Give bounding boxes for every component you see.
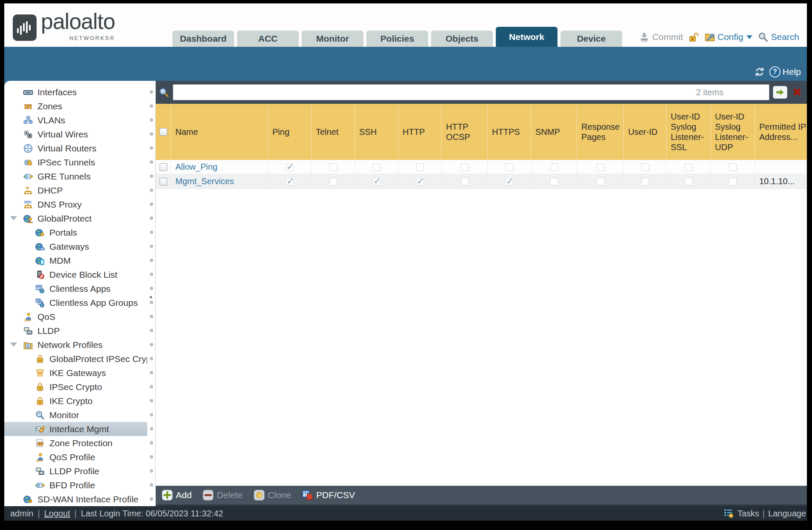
splitter-dot — [150, 245, 153, 248]
service-checkbox-http[interactable] — [416, 178, 424, 185]
sidebar-item-zone-protection[interactable]: Zone Protection — [4, 436, 147, 450]
service-checkbox-https[interactable] — [506, 178, 513, 185]
search-button[interactable]: Search — [758, 31, 799, 43]
column-header-response-pages[interactable]: Response Pages — [577, 104, 624, 160]
config-menu-button[interactable]: Config — [704, 31, 753, 43]
sidebar-item-dns-proxy[interactable]: DNSDNS Proxy — [4, 197, 147, 211]
column-header-user-id-syslog-listener-udp[interactable]: User-ID Syslog Listener-UDP — [711, 104, 755, 160]
sidebar-item-sd-wan-interface-profile[interactable]: SD-WAN Interface Profile — [4, 492, 147, 506]
expand-triangle-icon[interactable] — [10, 216, 17, 220]
sidebar-item-ipsec-crypto[interactable]: IPSec Crypto — [4, 380, 147, 394]
service-checkbox-telnet[interactable] — [329, 178, 337, 185]
column-header-user-id-syslog-listener-ssl[interactable]: User-ID Syslog Listener-SSL — [666, 104, 711, 160]
lock-unlocked-icon[interactable] — [688, 31, 699, 43]
service-checkbox-ping[interactable] — [286, 163, 294, 171]
service-checkbox-http_ocsp[interactable] — [461, 178, 469, 185]
tasks-button[interactable]: Tasks — [738, 509, 759, 519]
dhcp-icon: IP — [23, 185, 34, 196]
clear-filter-button[interactable]: ✖ — [791, 86, 803, 99]
sidebar-item-clientless-app-groups[interactable]: Clientless App Groups — [4, 296, 147, 310]
column-header-user-id[interactable]: User-ID — [624, 104, 666, 160]
column-header-name[interactable]: Name — [171, 104, 268, 160]
sidebar-item-network-profiles[interactable]: Network Profiles — [4, 338, 147, 352]
clone-button[interactable]: Clone — [254, 490, 291, 501]
sidebar-item-ike-gateways[interactable]: IKE Gateways — [4, 366, 147, 380]
service-checkbox-snmp[interactable] — [550, 163, 558, 171]
tab-device[interactable]: Device — [560, 31, 622, 47]
sidebar-item-clientless-apps[interactable]: Clientless Apps — [4, 282, 147, 296]
sidebar-item-qos-profile[interactable]: QoSQoS Profile — [4, 450, 147, 464]
service-checkbox-http_ocsp[interactable] — [461, 163, 469, 171]
help-button[interactable]: ? Help — [769, 66, 801, 77]
profile-name-link[interactable]: Allow_Ping — [175, 162, 217, 172]
logout-link[interactable]: Logout — [44, 509, 70, 519]
column-header-snmp[interactable]: SNMP — [531, 104, 577, 160]
sidebar-item-gateways[interactable]: Gateways — [4, 239, 147, 254]
apply-filter-button[interactable] — [773, 86, 787, 99]
tab-dashboard[interactable]: Dashboard — [172, 31, 234, 47]
column-header-ping[interactable]: Ping — [268, 104, 312, 160]
tab-acc[interactable]: ACC — [237, 31, 299, 47]
sidebar-item-globalprotect-ipsec-crypto[interactable]: GlobalProtect IPSec Crypto — [4, 352, 147, 366]
service-checkbox-ssh[interactable] — [373, 163, 380, 171]
sidebar-item-vlans[interactable]: VLANs — [4, 113, 147, 127]
service-checkbox-response_pages[interactable] — [597, 178, 604, 185]
service-checkbox-snmp[interactable] — [550, 178, 558, 185]
sidebar-item-device-block-list[interactable]: Device Block List — [4, 268, 147, 282]
sidebar-splitter[interactable]: ◂ — [147, 81, 156, 506]
sidebar-item-lldp[interactable]: LLDP — [4, 324, 147, 338]
sidebar-item-interface-mgmt[interactable]: Interface Mgmt — [4, 422, 147, 436]
expand-triangle-icon[interactable] — [10, 342, 17, 347]
column-header-permitted-ip-address[interactable]: Permitted IP Address... — [755, 104, 807, 160]
service-checkbox-response_pages[interactable] — [597, 163, 604, 171]
sidebar-item-globalprotect[interactable]: GlobalProtect — [4, 211, 147, 225]
service-checkbox-uid_syslog_ssl[interactable] — [685, 178, 692, 185]
column-header-ssh[interactable]: SSH — [355, 104, 398, 160]
service-checkbox-telnet[interactable] — [329, 163, 337, 171]
sidebar-item-virtual-routers[interactable]: Virtual Routers — [4, 141, 147, 155]
column-header-http-ocsp[interactable]: HTTP OCSP — [442, 104, 488, 160]
service-checkbox-uid_syslog_ssl[interactable] — [685, 163, 692, 171]
profile-name-link[interactable]: Mgmt_Services — [175, 177, 234, 186]
pdf-csv-button[interactable]: PDF/CSV — [302, 490, 355, 501]
collapse-sidebar-arrow-icon[interactable]: ◂ — [149, 293, 152, 300]
sidebar-item-ipsec-tunnels[interactable]: IPSec Tunnels — [4, 155, 147, 169]
delete-button[interactable]: Delete — [203, 490, 243, 501]
tab-network[interactable]: Network — [496, 27, 558, 47]
sidebar-item-interfaces[interactable]: Interfaces — [4, 85, 147, 99]
service-checkbox-uid_syslog_udp[interactable] — [729, 178, 737, 185]
column-header-https[interactable]: HTTPS — [488, 104, 531, 160]
service-checkbox-user_id[interactable] — [641, 178, 649, 185]
sidebar-item-portals[interactable]: Portals — [4, 225, 147, 239]
sidebar-item-qos[interactable]: QoSQoS — [4, 310, 147, 324]
sidebar-item-gre-tunnels[interactable]: GRE Tunnels — [4, 169, 147, 183]
filter-input[interactable] — [173, 84, 769, 100]
column-header-telnet[interactable]: Telnet — [312, 104, 355, 160]
sidebar-item-bfd-profile[interactable]: BFD Profile — [4, 478, 147, 492]
tab-policies[interactable]: Policies — [366, 31, 428, 47]
tab-objects[interactable]: Objects — [431, 31, 493, 47]
refresh-icon[interactable] — [754, 66, 765, 77]
tab-monitor[interactable]: Monitor — [302, 31, 363, 47]
add-button[interactable]: Add — [162, 490, 192, 501]
column-header-http[interactable]: HTTP — [398, 104, 442, 160]
commit-button[interactable]: Commit — [639, 31, 683, 43]
service-checkbox-ssh[interactable] — [373, 178, 380, 185]
service-checkbox-http[interactable] — [416, 163, 424, 171]
row-select-checkbox[interactable] — [160, 178, 167, 185]
service-checkbox-ping[interactable] — [286, 178, 294, 185]
sidebar-item-label: LLDP Profile — [49, 466, 100, 476]
sidebar-item-monitor[interactable]: Monitor — [4, 408, 147, 422]
sidebar-item-ike-crypto[interactable]: IKE Crypto — [4, 394, 147, 408]
sidebar-item-virtual-wires[interactable]: Virtual Wires — [4, 127, 147, 141]
sidebar-item-lldp-profile[interactable]: LLDP Profile — [4, 464, 147, 478]
sidebar-item-mdm[interactable]: MDM — [4, 254, 147, 268]
language-button[interactable]: Language — [768, 509, 806, 519]
sidebar-item-dhcp[interactable]: IPDHCP — [4, 183, 147, 197]
service-checkbox-user_id[interactable] — [641, 163, 649, 171]
service-checkbox-uid_syslog_udp[interactable] — [729, 163, 737, 171]
sidebar-item-zones[interactable]: Zones — [4, 99, 147, 113]
select-all-checkbox[interactable] — [160, 128, 167, 136]
row-select-checkbox[interactable] — [160, 163, 167, 171]
service-checkbox-https[interactable] — [506, 163, 513, 171]
